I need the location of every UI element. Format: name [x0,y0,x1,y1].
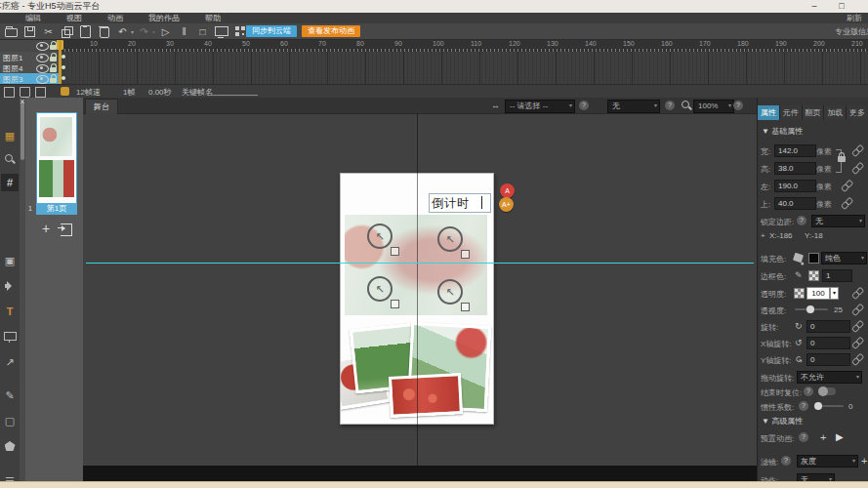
material-tool-icon[interactable]: ▦ [1,127,19,144]
qrcode-icon[interactable] [232,25,247,38]
help-icon[interactable] [733,101,743,110]
copy-icon[interactable] [60,25,74,38]
visibility-column-icon[interactable] [36,42,49,51]
help-icon[interactable] [665,101,675,110]
layer-head[interactable]: 图层1 [0,52,61,62]
page-label[interactable]: 第1页 [36,203,77,215]
zoom-dropdown[interactable]: 100% [693,100,734,113]
rotate-icon[interactable]: ↻ [795,321,803,331]
layer-visibility-icon[interactable] [36,54,49,62]
countdown-text-input[interactable]: 倒计时 [429,193,491,213]
preview-icon[interactable] [214,25,228,38]
link-animate-icon[interactable] [850,142,867,159]
pause-icon[interactable]: ‖ [177,25,191,38]
stage-tab[interactable]: 舞台 [85,99,118,114]
help-icon[interactable] [804,386,813,396]
filter-dropdown[interactable]: 灰度 [797,455,858,468]
keyframe-dot[interactable] [62,76,65,80]
reset-end-toggle[interactable] [818,387,836,395]
slider-thumb[interactable] [806,305,814,313]
rotate-placeholder-icon[interactable]: ↖ [437,226,463,252]
link-animate-icon[interactable] [850,302,867,318]
border-width-input[interactable]: 1 [822,269,852,282]
redo-icon-caret[interactable]: ▾ [152,28,155,35]
help-icon[interactable] [797,216,806,225]
lock-column-icon[interactable] [50,45,57,50]
sync-cloud-button[interactable]: 同步到云端 [246,25,297,37]
panel-close-icon[interactable]: × [18,98,27,106]
link-animate-icon[interactable] [850,351,867,368]
rotate-x-icon[interactable]: ↺ [795,338,803,347]
height-input[interactable]: 38.0 [774,162,816,175]
greenhouse-photo[interactable] [345,215,487,315]
advanced-properties-header[interactable]: ▼ 高级属性 [762,416,803,427]
text-tool-icon[interactable]: T [1,303,19,320]
slider-thumb[interactable] [814,402,822,410]
redo-icon[interactable]: ↷ [137,25,151,38]
rotate-placeholder-icon[interactable]: ↖ [437,279,463,305]
props-tab-2[interactable]: 元件 [780,105,803,120]
props-tab-3[interactable]: 翻页 [803,105,825,120]
help-icon[interactable] [579,101,589,110]
undo-icon-caret[interactable]: ▾ [131,28,134,35]
play-animation-icon[interactable]: ▶ [836,431,844,442]
text-color-badge[interactable]: A [500,183,515,198]
layer-visibility-icon[interactable] [36,75,49,84]
link-animate-icon[interactable] [850,335,867,351]
maximize-button[interactable]: □ [835,0,848,13]
layer-frames[interactable] [61,52,868,62]
font-size-badge[interactable]: A+ [499,197,514,212]
audio-tool-icon[interactable] [1,277,19,295]
layer-head[interactable]: 图层3 [0,73,61,84]
border-color-swatch[interactable] [808,270,819,281]
pen-tool-icon[interactable]: ✎ [1,386,19,404]
collapse-icon[interactable]: ▼ [762,127,769,136]
paint-bucket-icon[interactable] [793,253,804,263]
fill-color-swatch[interactable] [808,253,819,264]
rotate-input[interactable]: 0 [806,320,850,333]
menu-item-1[interactable]: 编辑 [25,13,41,23]
playhead[interactable] [59,40,62,84]
collage-photo-strawberries[interactable] [389,373,463,418]
props-tab-5[interactable]: 更多 [847,105,868,120]
delete-icon[interactable] [97,25,111,38]
props-tab-1[interactable]: 属性 [758,105,780,120]
view-published-button[interactable]: 查看发布动画 [302,25,360,37]
link-animate-icon[interactable] [850,160,867,177]
help-icon[interactable] [781,456,791,466]
keyframe-name-input[interactable] [207,95,258,96]
board-tool-icon[interactable] [1,328,19,346]
props-tab-4[interactable]: 加载 [824,105,847,120]
add-page-button[interactable]: + [39,221,53,236]
link-animate-icon[interactable] [850,285,867,302]
pen-icon[interactable]: ✎ [795,270,803,280]
left-input[interactable]: 190.0 [774,180,816,192]
stage-canvas[interactable]: 舞台 ↔ -- 请选择 -- 无 100% ↖ ↖ ↖ ↖ 倒计时 A A+ [83,98,757,466]
opacity-stepper[interactable]: ▾ [830,287,839,300]
help-icon[interactable] [799,401,808,411]
menu-item-3[interactable]: 动画 [107,13,123,23]
rotate-placeholder-icon[interactable]: ↖ [367,224,393,249]
menu-item-5[interactable]: 帮助 [205,13,221,23]
layer-visibility-icon[interactable] [36,64,49,73]
menu-refresh[interactable]: 刷新 [847,13,868,23]
layer-frames[interactable] [61,62,868,73]
keyframe-dot[interactable] [62,55,65,59]
timeline-ruler[interactable]: 1020304050607080901001101201301401501601… [61,40,868,49]
fill-type-dropdown[interactable]: 纯色 [821,252,867,264]
chart-tool-icon[interactable]: ↗ [1,353,19,371]
keyframe-badge-icon[interactable] [61,87,69,96]
help-icon[interactable] [799,432,808,442]
link-animate-icon[interactable] [850,318,867,335]
copy-frame-icon[interactable] [35,87,46,98]
rotate-y-input[interactable]: 0 [806,353,850,366]
rect-tool-icon[interactable]: ▢ [1,412,19,429]
layer-lock-icon[interactable] [50,67,57,72]
grid-tool-icon[interactable]: # [1,174,19,191]
collapse-icon[interactable]: ▼ [762,417,769,426]
link-animate-icon[interactable] [840,178,856,194]
menu-item-2[interactable]: 视图 [66,13,82,23]
rotate-y-icon[interactable]: ↺ [794,355,804,363]
import-page-button[interactable] [61,224,72,236]
layer-lock-icon[interactable] [50,57,57,61]
